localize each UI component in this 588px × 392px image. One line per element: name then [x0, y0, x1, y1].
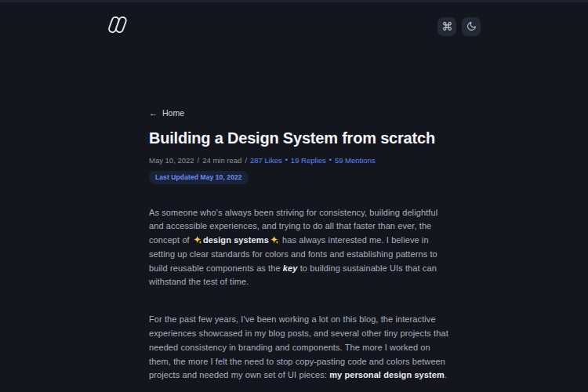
sparkles-icon [270, 234, 279, 248]
replies-count-link[interactable]: 19 Replies [291, 156, 326, 165]
window-top-edge [0, 0, 588, 2]
post-meta: May 10, 2022 / 24 min read / 287 Likes •… [149, 156, 452, 165]
text-bold: my personal design system [329, 370, 445, 379]
site-logo[interactable] [107, 13, 129, 39]
post-title: Building a Design System from scratch [149, 129, 452, 147]
theme-toggle-button[interactable] [462, 17, 481, 36]
back-home-label: Home [162, 108, 184, 118]
likes-count-link[interactable]: 287 Likes [250, 156, 282, 165]
arrow-left-icon: ← [149, 109, 158, 118]
mentions-count-link[interactable]: 59 Mentions [335, 156, 376, 165]
article-paragraph: As someone who's always been striving fo… [149, 206, 452, 290]
header-actions [437, 17, 481, 36]
meta-separator: / [245, 156, 247, 165]
stat-separator: • [285, 156, 288, 164]
article-paragraph: For the past few years, I've been workin… [149, 313, 452, 383]
site-header [107, 13, 481, 39]
maxime-heckel-logo-icon [107, 13, 129, 39]
last-updated-badge: Last Updated May 10, 2022 [149, 171, 249, 184]
command-icon [442, 21, 452, 31]
article-main: ← Home Building a Design System from scr… [149, 39, 452, 383]
command-menu-button[interactable] [437, 17, 456, 36]
back-home-link[interactable]: ← Home [149, 108, 184, 118]
stat-separator: • [329, 156, 332, 164]
sparkles-icon [193, 234, 202, 248]
text-run: . [445, 370, 447, 379]
read-time: 24 min read [202, 156, 241, 165]
text-bold: design systems [203, 235, 269, 245]
moon-icon [466, 21, 477, 31]
meta-separator: / [198, 156, 200, 165]
article-body: As someone who's always been striving fo… [149, 206, 452, 383]
text-italic: key [283, 263, 298, 273]
post-date: May 10, 2022 [149, 156, 194, 165]
